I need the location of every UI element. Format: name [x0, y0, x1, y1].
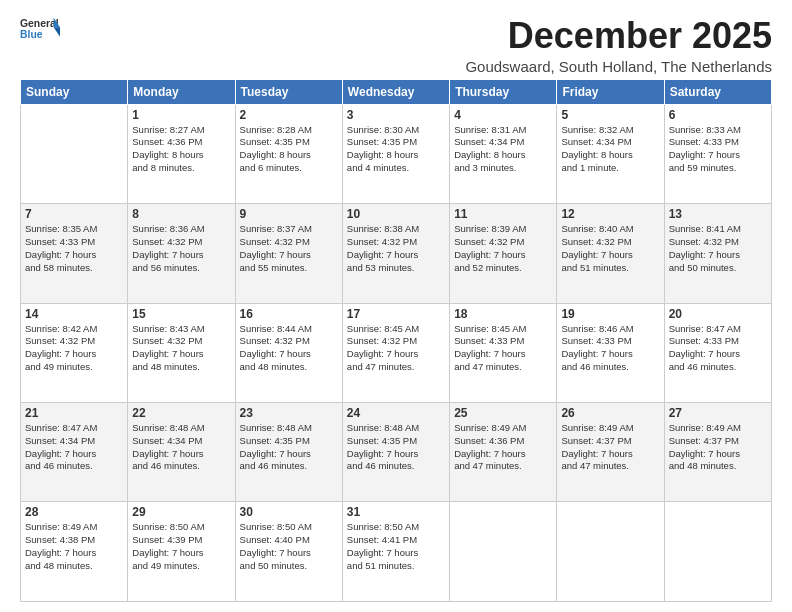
day-info: Sunrise: 8:33 AMSunset: 4:33 PMDaylight:… — [669, 124, 767, 175]
day-info: Sunrise: 8:47 AMSunset: 4:34 PMDaylight:… — [25, 422, 123, 473]
calendar-cell: 5Sunrise: 8:32 AMSunset: 4:34 PMDaylight… — [557, 104, 664, 203]
calendar-week-row: 28Sunrise: 8:49 AMSunset: 4:38 PMDayligh… — [21, 502, 772, 602]
calendar-cell: 8Sunrise: 8:36 AMSunset: 4:32 PMDaylight… — [128, 204, 235, 303]
day-number: 13 — [669, 207, 767, 221]
day-number: 24 — [347, 406, 445, 420]
calendar-header-monday: Monday — [128, 79, 235, 104]
day-info: Sunrise: 8:40 AMSunset: 4:32 PMDaylight:… — [561, 223, 659, 274]
calendar-header-saturday: Saturday — [664, 79, 771, 104]
calendar-cell: 19Sunrise: 8:46 AMSunset: 4:33 PMDayligh… — [557, 303, 664, 402]
day-number: 26 — [561, 406, 659, 420]
day-number: 6 — [669, 108, 767, 122]
calendar-header-row: SundayMondayTuesdayWednesdayThursdayFrid… — [21, 79, 772, 104]
calendar-cell: 2Sunrise: 8:28 AMSunset: 4:35 PMDaylight… — [235, 104, 342, 203]
day-info: Sunrise: 8:45 AMSunset: 4:32 PMDaylight:… — [347, 323, 445, 374]
calendar-cell: 4Sunrise: 8:31 AMSunset: 4:34 PMDaylight… — [450, 104, 557, 203]
day-info: Sunrise: 8:49 AMSunset: 4:37 PMDaylight:… — [669, 422, 767, 473]
calendar-cell: 6Sunrise: 8:33 AMSunset: 4:33 PMDaylight… — [664, 104, 771, 203]
calendar-cell — [450, 502, 557, 602]
svg-text:Blue: Blue — [20, 29, 43, 40]
day-number: 2 — [240, 108, 338, 122]
calendar-cell: 26Sunrise: 8:49 AMSunset: 4:37 PMDayligh… — [557, 403, 664, 502]
day-number: 5 — [561, 108, 659, 122]
day-info: Sunrise: 8:50 AMSunset: 4:41 PMDaylight:… — [347, 521, 445, 572]
day-info: Sunrise: 8:28 AMSunset: 4:35 PMDaylight:… — [240, 124, 338, 175]
day-number: 11 — [454, 207, 552, 221]
calendar-cell: 7Sunrise: 8:35 AMSunset: 4:33 PMDaylight… — [21, 204, 128, 303]
logo-icon: General Blue — [20, 16, 60, 44]
day-info: Sunrise: 8:38 AMSunset: 4:32 PMDaylight:… — [347, 223, 445, 274]
calendar-cell: 22Sunrise: 8:48 AMSunset: 4:34 PMDayligh… — [128, 403, 235, 502]
calendar-cell: 3Sunrise: 8:30 AMSunset: 4:35 PMDaylight… — [342, 104, 449, 203]
calendar-cell: 21Sunrise: 8:47 AMSunset: 4:34 PMDayligh… — [21, 403, 128, 502]
page-subtitle: Goudswaard, South Holland, The Netherlan… — [465, 58, 772, 75]
day-number: 14 — [25, 307, 123, 321]
calendar-cell: 29Sunrise: 8:50 AMSunset: 4:39 PMDayligh… — [128, 502, 235, 602]
calendar-cell: 11Sunrise: 8:39 AMSunset: 4:32 PMDayligh… — [450, 204, 557, 303]
day-info: Sunrise: 8:30 AMSunset: 4:35 PMDaylight:… — [347, 124, 445, 175]
calendar-header-thursday: Thursday — [450, 79, 557, 104]
calendar-cell — [557, 502, 664, 602]
day-info: Sunrise: 8:39 AMSunset: 4:32 PMDaylight:… — [454, 223, 552, 274]
calendar-cell: 14Sunrise: 8:42 AMSunset: 4:32 PMDayligh… — [21, 303, 128, 402]
day-number: 23 — [240, 406, 338, 420]
calendar-cell: 28Sunrise: 8:49 AMSunset: 4:38 PMDayligh… — [21, 502, 128, 602]
day-info: Sunrise: 8:48 AMSunset: 4:35 PMDaylight:… — [347, 422, 445, 473]
day-info: Sunrise: 8:47 AMSunset: 4:33 PMDaylight:… — [669, 323, 767, 374]
day-number: 8 — [132, 207, 230, 221]
day-info: Sunrise: 8:50 AMSunset: 4:40 PMDaylight:… — [240, 521, 338, 572]
day-info: Sunrise: 8:35 AMSunset: 4:33 PMDaylight:… — [25, 223, 123, 274]
day-number: 27 — [669, 406, 767, 420]
day-info: Sunrise: 8:46 AMSunset: 4:33 PMDaylight:… — [561, 323, 659, 374]
day-info: Sunrise: 8:36 AMSunset: 4:32 PMDaylight:… — [132, 223, 230, 274]
calendar-cell: 15Sunrise: 8:43 AMSunset: 4:32 PMDayligh… — [128, 303, 235, 402]
day-number: 21 — [25, 406, 123, 420]
day-info: Sunrise: 8:37 AMSunset: 4:32 PMDaylight:… — [240, 223, 338, 274]
day-number: 7 — [25, 207, 123, 221]
day-number: 19 — [561, 307, 659, 321]
calendar-week-row: 7Sunrise: 8:35 AMSunset: 4:33 PMDaylight… — [21, 204, 772, 303]
day-number: 25 — [454, 406, 552, 420]
day-number: 15 — [132, 307, 230, 321]
day-number: 4 — [454, 108, 552, 122]
calendar-header-friday: Friday — [557, 79, 664, 104]
logo: General Blue — [20, 16, 60, 46]
day-info: Sunrise: 8:43 AMSunset: 4:32 PMDaylight:… — [132, 323, 230, 374]
day-number: 1 — [132, 108, 230, 122]
calendar-cell: 24Sunrise: 8:48 AMSunset: 4:35 PMDayligh… — [342, 403, 449, 502]
calendar-header-tuesday: Tuesday — [235, 79, 342, 104]
day-info: Sunrise: 8:41 AMSunset: 4:32 PMDaylight:… — [669, 223, 767, 274]
day-number: 20 — [669, 307, 767, 321]
day-info: Sunrise: 8:50 AMSunset: 4:39 PMDaylight:… — [132, 521, 230, 572]
day-info: Sunrise: 8:48 AMSunset: 4:35 PMDaylight:… — [240, 422, 338, 473]
day-info: Sunrise: 8:45 AMSunset: 4:33 PMDaylight:… — [454, 323, 552, 374]
calendar-cell: 30Sunrise: 8:50 AMSunset: 4:40 PMDayligh… — [235, 502, 342, 602]
day-info: Sunrise: 8:49 AMSunset: 4:36 PMDaylight:… — [454, 422, 552, 473]
svg-text:General: General — [20, 18, 59, 29]
calendar-cell — [21, 104, 128, 203]
calendar-cell: 17Sunrise: 8:45 AMSunset: 4:32 PMDayligh… — [342, 303, 449, 402]
day-info: Sunrise: 8:27 AMSunset: 4:36 PMDaylight:… — [132, 124, 230, 175]
title-block: December 2025 Goudswaard, South Holland,… — [465, 16, 772, 75]
calendar-cell: 31Sunrise: 8:50 AMSunset: 4:41 PMDayligh… — [342, 502, 449, 602]
day-number: 16 — [240, 307, 338, 321]
day-info: Sunrise: 8:49 AMSunset: 4:38 PMDaylight:… — [25, 521, 123, 572]
calendar-header-wednesday: Wednesday — [342, 79, 449, 104]
day-info: Sunrise: 8:32 AMSunset: 4:34 PMDaylight:… — [561, 124, 659, 175]
calendar-week-row: 21Sunrise: 8:47 AMSunset: 4:34 PMDayligh… — [21, 403, 772, 502]
calendar-cell: 10Sunrise: 8:38 AMSunset: 4:32 PMDayligh… — [342, 204, 449, 303]
calendar-cell: 1Sunrise: 8:27 AMSunset: 4:36 PMDaylight… — [128, 104, 235, 203]
day-info: Sunrise: 8:44 AMSunset: 4:32 PMDaylight:… — [240, 323, 338, 374]
day-info: Sunrise: 8:42 AMSunset: 4:32 PMDaylight:… — [25, 323, 123, 374]
calendar-week-row: 1Sunrise: 8:27 AMSunset: 4:36 PMDaylight… — [21, 104, 772, 203]
day-number: 30 — [240, 505, 338, 519]
calendar-cell: 9Sunrise: 8:37 AMSunset: 4:32 PMDaylight… — [235, 204, 342, 303]
calendar-cell — [664, 502, 771, 602]
calendar-cell: 27Sunrise: 8:49 AMSunset: 4:37 PMDayligh… — [664, 403, 771, 502]
calendar-cell: 25Sunrise: 8:49 AMSunset: 4:36 PMDayligh… — [450, 403, 557, 502]
day-number: 28 — [25, 505, 123, 519]
day-info: Sunrise: 8:49 AMSunset: 4:37 PMDaylight:… — [561, 422, 659, 473]
day-number: 9 — [240, 207, 338, 221]
calendar-cell: 20Sunrise: 8:47 AMSunset: 4:33 PMDayligh… — [664, 303, 771, 402]
calendar-cell: 16Sunrise: 8:44 AMSunset: 4:32 PMDayligh… — [235, 303, 342, 402]
